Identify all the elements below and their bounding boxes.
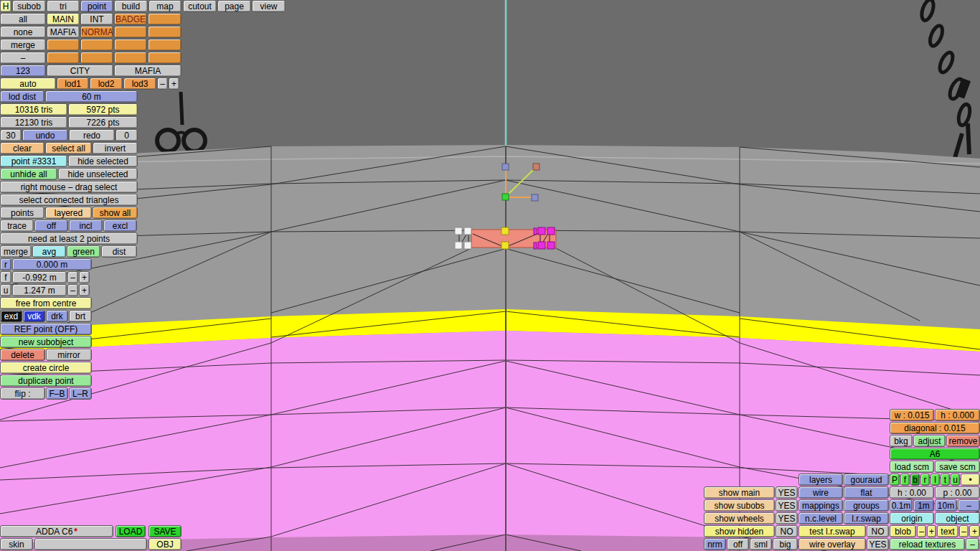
btn-layered[interactable]: layered: [45, 207, 92, 219]
btn-l-r[interactable]: L–R: [69, 387, 92, 400]
btn-flat[interactable]: flat: [844, 486, 889, 499]
minus-button[interactable]: –: [958, 499, 980, 512]
btn-wire-overlay[interactable]: wire overlay: [798, 538, 866, 550]
btn-f-b[interactable]: F–B: [46, 387, 68, 400]
btn-nrm[interactable]: nrm: [704, 538, 726, 550]
tris-count-current[interactable]: 10316 tris: [0, 103, 67, 116]
btn-subob[interactable]: subob: [12, 0, 46, 12]
minus-button[interactable]: –: [157, 77, 168, 90]
r-axis-label[interactable]: r: [0, 258, 11, 270]
view-p-button[interactable]: P: [890, 474, 900, 486]
f-value[interactable]: -0.992 m: [12, 271, 67, 283]
btn-obj[interactable]: OBJ: [149, 538, 182, 550]
btn-off[interactable]: off: [34, 220, 68, 232]
btn-page[interactable]: page: [217, 0, 251, 12]
btn-show-hidden[interactable]: show hidden: [704, 525, 775, 537]
btn-bkg[interactable]: bkg: [890, 435, 913, 447]
view-b-button[interactable]: b: [910, 474, 920, 486]
btn-wire[interactable]: wire: [798, 486, 843, 499]
btn-exd[interactable]: exd: [0, 310, 22, 322]
show-subobs-toggle[interactable]: YES: [776, 499, 798, 512]
swatch-cell[interactable]: [114, 52, 147, 64]
btn-city[interactable]: CITY: [47, 65, 113, 77]
swatch-cell[interactable]: [148, 39, 182, 51]
btn-mafia[interactable]: MAFIA: [47, 26, 80, 38]
btn-off[interactable]: off: [727, 538, 749, 550]
btn-remove[interactable]: remove: [946, 435, 980, 447]
width-value[interactable]: w : 0.015: [890, 409, 934, 421]
view-r-button[interactable]: r: [920, 474, 930, 486]
swatch-cell[interactable]: [80, 39, 113, 51]
test-lr-swap-toggle[interactable]: NO: [867, 525, 889, 537]
btn-adjust[interactable]: adjust: [913, 435, 946, 447]
btn-load-scm[interactable]: load scm: [890, 461, 934, 473]
swatch-cell[interactable]: [148, 52, 182, 64]
btn-mafia[interactable]: MAFIA: [114, 65, 182, 77]
btn-none[interactable]: none: [0, 26, 46, 38]
btn-new-subobject[interactable]: new subobject: [0, 336, 92, 348]
minus-button[interactable]: –: [67, 284, 78, 296]
diagonal-value[interactable]: diagonal : 0.015: [890, 422, 980, 434]
minus-button[interactable]: –: [966, 538, 979, 550]
wire-overlay-toggle[interactable]: YES: [867, 538, 889, 550]
undo-depth[interactable]: 30: [0, 129, 22, 141]
btn-blob[interactable]: blob: [890, 525, 916, 537]
show-main-toggle[interactable]: YES: [776, 486, 798, 499]
btn-drk[interactable]: drk: [46, 310, 68, 322]
plus-button[interactable]: +: [79, 284, 90, 296]
swatch-cell[interactable]: [148, 13, 182, 25]
selected-point-label[interactable]: point #3331: [0, 155, 67, 167]
view-u-button[interactable]: u: [951, 474, 960, 486]
btn-merge[interactable]: merge: [0, 39, 46, 51]
btn-layers[interactable]: layers: [798, 474, 843, 486]
btn-right-mouse-drag-select[interactable]: right mouse – drag select: [0, 181, 138, 193]
btn-show-subobs[interactable]: show subobs: [704, 499, 775, 512]
btn-groups[interactable]: groups: [844, 499, 889, 512]
btn-show-main[interactable]: show main: [704, 486, 775, 499]
btn-reload-textures[interactable]: reload textures: [890, 538, 965, 550]
btn-mirror[interactable]: mirror: [46, 349, 92, 361]
btn-avg[interactable]: avg: [32, 245, 66, 258]
view-l-button[interactable]: l: [930, 474, 940, 486]
btn-build[interactable]: build: [114, 0, 148, 12]
btn-redo[interactable]: redo: [69, 129, 115, 141]
plus-button[interactable]: +: [169, 77, 179, 90]
texture-page-label[interactable]: A6: [890, 448, 980, 460]
btn-green[interactable]: green: [67, 245, 100, 258]
minus-button[interactable]: –: [67, 271, 78, 283]
btn-lod3[interactable]: lod3: [123, 77, 156, 90]
pts-count-total[interactable]: 7226 pts: [68, 116, 138, 128]
status-message[interactable]: need at least 2 points: [0, 232, 138, 245]
btn-skin[interactable]: skin: [0, 538, 33, 550]
btn-map[interactable]: map: [149, 0, 182, 12]
swatch-cell[interactable]: [47, 52, 80, 64]
height-value[interactable]: h : 0.000: [935, 409, 980, 421]
btn-hide-unselected[interactable]: hide unselected: [58, 168, 138, 180]
btn-123[interactable]: 123: [0, 65, 46, 77]
btn-gouraud[interactable]: gouraud: [844, 474, 889, 486]
btn-lod1[interactable]: lod1: [57, 77, 89, 90]
swatch-cell[interactable]: [148, 26, 182, 38]
btn-undo[interactable]: undo: [22, 129, 68, 141]
btn-view[interactable]: view: [252, 0, 286, 12]
btn-lod2[interactable]: lod2: [90, 77, 123, 90]
btn-object[interactable]: object: [935, 512, 980, 524]
model-name-button[interactable]: ADDA C6*: [0, 525, 113, 537]
btn-free-from-centre[interactable]: free from centre: [0, 297, 92, 309]
h-angle-value[interactable]: h : 0.00: [890, 486, 934, 499]
btn-delete[interactable]: delete: [0, 349, 45, 361]
redo-count[interactable]: 0: [116, 129, 138, 141]
btn-invert[interactable]: invert: [93, 142, 138, 154]
btn-show-wheels[interactable]: show wheels: [704, 512, 775, 524]
swatch-cell[interactable]: [47, 39, 80, 51]
btn-hide-selected[interactable]: hide selected: [68, 155, 138, 167]
btn-lod-dist[interactable]: lod dist: [0, 90, 44, 103]
swatch-cell[interactable]: [114, 26, 147, 38]
lod-distance-value[interactable]: 60 m: [45, 90, 138, 103]
btn-n-c-level[interactable]: n.c.level: [798, 512, 843, 524]
btn-sml[interactable]: sml: [750, 538, 772, 550]
btn-test-l-r-swap[interactable]: test l.r.swap: [798, 525, 866, 537]
swatch-cell[interactable]: [114, 39, 147, 51]
btn-auto[interactable]: auto: [0, 77, 56, 90]
swatch-cell[interactable]: [80, 52, 113, 64]
